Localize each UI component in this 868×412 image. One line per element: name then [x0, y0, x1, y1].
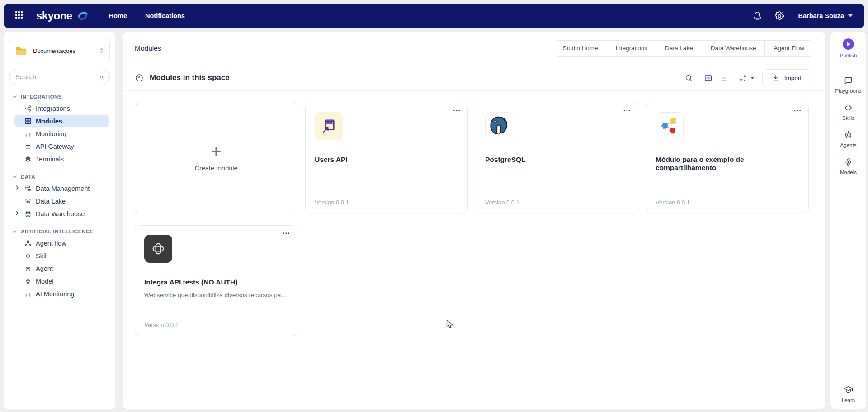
rail-item-learn[interactable]: Learn	[842, 384, 855, 403]
sidebar-item-skill[interactable]: Skill	[14, 250, 109, 262]
card-version: Version 0.0.1	[485, 199, 519, 206]
model-icon	[844, 157, 853, 167]
user-menu[interactable]: Barbara Souza	[798, 12, 853, 19]
left-sidebar: Documentações INTEGRATIONS Integrations …	[4, 32, 115, 409]
rail-item-playground[interactable]: Playground	[835, 76, 861, 94]
chevron-down-icon	[848, 14, 853, 17]
context-tabs: Studio Home Integrations Data Lake Data …	[554, 40, 814, 57]
brand-text: skyone	[36, 9, 72, 22]
code-icon	[844, 103, 853, 113]
sidebar-item-api-gateway[interactable]: API Gateway	[14, 140, 109, 152]
card-menu-icon[interactable]: ...	[623, 106, 631, 112]
module-card-integra-api-tests[interactable]: ... Integra API tests (NO AUTH) Webservi…	[135, 225, 297, 336]
tab-studio-home[interactable]: Studio Home	[554, 41, 607, 56]
rail-item-skills[interactable]: Skills	[842, 103, 854, 121]
svg-text:Z: Z	[744, 78, 746, 82]
sidebar-item-data-management[interactable]: Data Management	[14, 182, 109, 194]
skyone-swoosh-icon	[75, 10, 89, 21]
workspace-label: Documentações	[33, 47, 94, 54]
list-view-icon[interactable]	[719, 74, 728, 82]
sidebar-item-ai-monitoring[interactable]: AI Monitoring	[14, 288, 109, 300]
skyone-logo[interactable]: skyone	[36, 9, 89, 22]
search-input[interactable]	[15, 73, 100, 81]
chevron-right-icon	[16, 211, 19, 215]
search-icon[interactable]	[684, 74, 693, 82]
chevron-down-icon	[13, 95, 17, 98]
data-management-icon	[24, 185, 32, 192]
sort-az-icon[interactable]: AZ	[739, 73, 754, 82]
user-name: Barbara Souza	[798, 12, 844, 19]
main-panel: Modules Studio Home Integrations Data La…	[123, 32, 825, 409]
card-menu-icon[interactable]: ...	[794, 106, 802, 112]
create-module-card[interactable]: + Create module	[135, 103, 297, 213]
sidebar-item-integrations[interactable]: Integrations	[14, 102, 109, 114]
modules-icon	[24, 118, 32, 125]
bell-icon[interactable]	[753, 11, 762, 21]
card-title: PostgreSQL	[485, 156, 629, 164]
folder-icon	[15, 45, 28, 56]
monitoring-icon	[24, 290, 32, 298]
sidebar-item-model[interactable]: Model	[14, 275, 109, 287]
nav-link-home[interactable]: Home	[109, 12, 127, 19]
card-version: Version 0.0.1	[656, 199, 690, 206]
gear-icon[interactable]	[775, 11, 784, 21]
module-card-postgresql[interactable]: ... PostgreSQL Version 0.0.1	[476, 103, 638, 213]
card-title: Integra API tests (NO AUTH)	[144, 278, 288, 286]
import-button[interactable]: Import	[762, 69, 811, 86]
workspace-selector[interactable]: Documentações	[9, 39, 110, 62]
card-version: Version 0.0.1	[315, 199, 349, 206]
rail-item-publish[interactable]: Publish	[840, 38, 857, 58]
svg-text:A: A	[744, 74, 746, 78]
agent-flow-icon	[24, 240, 32, 247]
plus-icon: +	[211, 145, 221, 158]
sidebar-item-modules[interactable]: Modules	[14, 115, 109, 127]
chevron-down-icon	[13, 175, 17, 178]
sidebar-item-data-warehouse[interactable]: Data Warehouse	[14, 208, 109, 220]
divider	[843, 68, 854, 68]
module-card-users-api[interactable]: ... Users API Version 0.0.1	[305, 103, 468, 213]
section-header-integrations[interactable]: INTEGRATIONS	[9, 94, 110, 99]
nav-links: Home Notifications	[109, 12, 185, 19]
tab-integrations[interactable]: Integrations	[607, 41, 656, 56]
sidebar-item-agent-flow[interactable]: Agent flow	[14, 237, 109, 249]
tab-agent-flow[interactable]: Agent Flow	[764, 41, 813, 56]
sidebar-item-monitoring[interactable]: Monitoring	[14, 128, 109, 140]
browser-export-icon	[315, 112, 343, 140]
section-header-artificial-intelligence[interactable]: ARTIFICIAL INTELLIGENCE	[9, 229, 110, 234]
divider	[123, 90, 825, 91]
knot-icon	[144, 235, 172, 263]
card-menu-icon[interactable]: ...	[283, 228, 290, 235]
apps-grid-icon[interactable]	[15, 11, 24, 20]
right-rail: Publish Playground Skills Agents Models …	[830, 32, 866, 409]
chevron-right-icon	[16, 185, 19, 190]
nav-link-notifications[interactable]: Notifications	[145, 12, 185, 19]
card-menu-icon[interactable]: ...	[453, 106, 461, 112]
tab-data-lake[interactable]: Data Lake	[656, 41, 702, 56]
clock-icon	[135, 73, 144, 82]
robot-icon	[24, 265, 32, 272]
chevron-down-icon	[13, 230, 17, 233]
integrations-icon	[24, 105, 32, 112]
terminals-icon	[24, 156, 32, 163]
graduation-cap-icon	[843, 384, 854, 395]
monitoring-icon	[24, 130, 32, 137]
sidebar-item-agent[interactable]: Agent	[14, 262, 109, 275]
grid-view-icon[interactable]	[704, 74, 712, 82]
import-icon	[772, 74, 779, 81]
module-card-compartilhamento[interactable]: ... Módulo para o exemplo de compartilha…	[646, 103, 809, 213]
rail-item-models[interactable]: Models	[840, 157, 857, 175]
chat-bubble-icon	[844, 76, 853, 85]
chevron-down-icon	[750, 77, 754, 79]
robot-icon	[844, 130, 853, 140]
tab-data-warehouse[interactable]: Data Warehouse	[702, 41, 765, 56]
model-icon	[24, 278, 32, 285]
card-title: Users API	[315, 156, 458, 164]
rail-item-agents[interactable]: Agents	[840, 130, 857, 148]
sidebar-item-data-lake[interactable]: Data Lake	[14, 195, 109, 207]
top-navbar: skyone Home Notifications Barbara Souza	[4, 4, 864, 28]
modules-grid: + Create module ... Users API Version 0.…	[135, 103, 809, 336]
section-title: Modules in this space	[150, 73, 230, 82]
sidebar-item-terminals[interactable]: Terminals	[14, 153, 109, 165]
card-description: Webservice que disponibiliza diversos re…	[144, 292, 288, 298]
section-header-data[interactable]: DATA	[9, 174, 110, 180]
